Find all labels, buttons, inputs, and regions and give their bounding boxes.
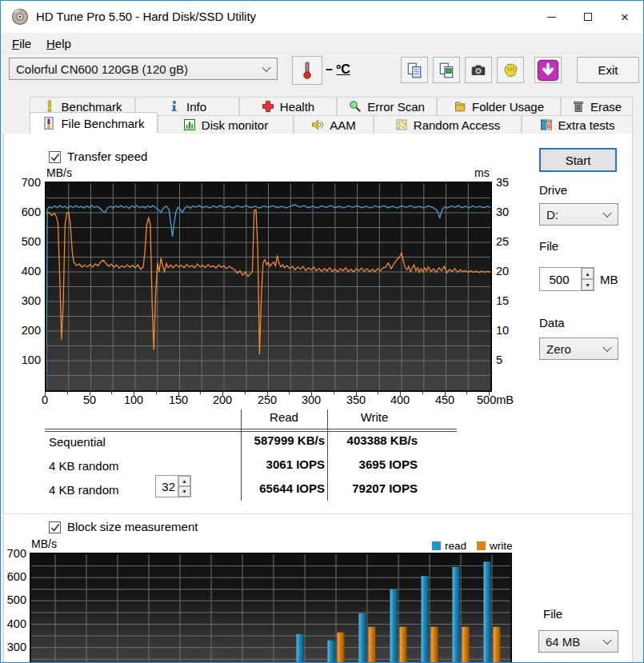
minimize-button[interactable] <box>533 1 570 33</box>
file-benchmark-icon <box>42 117 55 130</box>
write-legend-label: write <box>490 540 513 552</box>
tab-health[interactable]: Health <box>239 97 337 115</box>
transfer-speed-checkbox[interactable] <box>49 151 61 163</box>
write-legend-swatch <box>477 541 486 550</box>
tab-row-2: File Benchmark Disk monitor AAM Random A… <box>30 115 633 134</box>
tab-aam[interactable]: AAM <box>294 115 374 134</box>
device-select[interactable]: Colorful CN600 120GB (120 gB) <box>9 58 278 80</box>
row-label: Sequential <box>49 435 106 449</box>
random-dots-icon <box>395 118 408 131</box>
tab-extra-tests[interactable]: Extra tests <box>522 115 633 134</box>
folder-icon <box>454 100 466 113</box>
y-left-tick: 100 <box>12 353 41 366</box>
x-tick-mark <box>311 392 312 396</box>
chevron-down-icon <box>262 63 270 72</box>
y-right-tick: 15 <box>496 294 520 307</box>
y-left-tick: 700 <box>12 176 41 189</box>
chevron-down-icon <box>602 343 611 352</box>
y-right-tick: 10 <box>496 324 520 337</box>
app-disk-icon <box>11 8 29 26</box>
block-size-chart <box>30 553 512 663</box>
hand-icon <box>502 62 519 79</box>
maximize-button[interactable] <box>570 1 606 33</box>
y-left-tick: 300 <box>12 294 41 307</box>
y-tick: 400 <box>2 617 26 630</box>
queue-depth-stepper[interactable]: 32 ▲▼ <box>155 475 191 497</box>
data-pattern-select[interactable]: Zero <box>539 337 618 360</box>
read-column-header: Read <box>241 410 327 424</box>
tab-disk-monitor[interactable]: Disk monitor <box>158 115 294 134</box>
trash-icon <box>572 100 585 113</box>
exit-button[interactable]: Exit <box>577 57 639 83</box>
menu-help[interactable]: Help <box>42 35 75 52</box>
random-read-value: 3061 IOPS <box>229 457 325 471</box>
tab-error-scan[interactable]: Error Scan <box>337 97 437 115</box>
spin-down-icon[interactable]: ▼ <box>582 279 594 290</box>
tab-random-access[interactable]: Random Access <box>374 115 522 134</box>
y-tick: 700 <box>2 547 26 560</box>
info-icon <box>168 100 181 113</box>
camera-icon <box>470 62 487 79</box>
copy-text-button[interactable] <box>401 57 428 83</box>
random-qd32-read-value: 65644 IOPS <box>229 481 325 495</box>
bar-chart-icon <box>183 118 196 131</box>
random-write-value: 3695 IOPS <box>321 457 418 471</box>
download-arrow-icon <box>537 59 559 82</box>
menu-bar: File Help <box>1 33 643 54</box>
start-button[interactable]: Start <box>539 148 617 172</box>
block-size-label: Block size measurement <box>67 520 198 533</box>
tab-folder-usage[interactable]: Folder Usage <box>437 97 561 115</box>
transfer-speed-label: Transfer speed <box>67 150 147 163</box>
donate-button[interactable] <box>497 57 524 83</box>
minimize-icon <box>547 17 556 18</box>
file-label: File <box>539 239 558 253</box>
x-tick-mark <box>45 392 46 396</box>
x-tick-mark <box>422 392 423 394</box>
block-file-label: File <box>543 607 562 621</box>
file-size-stepper[interactable]: 500 ▲▼ <box>539 267 594 291</box>
x-tick-mark <box>289 392 290 394</box>
y-tick: 300 <box>2 641 26 653</box>
block-size-checkbox[interactable] <box>49 521 61 533</box>
block-file-select[interactable]: 64 MB <box>538 630 618 653</box>
x-tick-mark <box>378 392 378 394</box>
transfer-speed-chart <box>45 182 492 392</box>
x-tick-mark <box>134 392 134 396</box>
x-tick-mark <box>267 392 268 396</box>
x-tick-mark <box>356 392 357 396</box>
screenshot-button[interactable] <box>465 57 492 83</box>
tab-erase[interactable]: Erase <box>561 97 633 115</box>
menu-file[interactable]: File <box>8 35 35 52</box>
spin-down-icon[interactable]: ▼ <box>178 486 190 497</box>
x-tick-mark <box>445 392 446 396</box>
update-button[interactable] <box>534 57 562 83</box>
spin-up-icon[interactable]: ▲ <box>582 268 594 279</box>
row-label: 4 KB random <box>49 483 119 497</box>
temperature-button[interactable] <box>292 56 322 85</box>
tab-file-benchmark[interactable]: File Benchmark <box>30 112 158 134</box>
drive-select[interactable]: D: <box>539 203 618 226</box>
file-unit-label: MB <box>600 273 618 286</box>
thermometer-icon <box>298 61 317 80</box>
transfer-chart-yleft-unit: MB/s <box>46 166 72 179</box>
read-legend-swatch <box>432 541 441 550</box>
close-button[interactable]: × <box>606 1 643 33</box>
toolbar: Colorful CN600 120GB (120 gB) – ºC <box>1 54 643 94</box>
x-tick-mark <box>245 392 246 394</box>
row-label: 4 KB random <box>49 459 119 473</box>
speaker-icon <box>311 118 324 131</box>
y-right-tick: 25 <box>496 235 520 248</box>
check-icon <box>50 153 60 162</box>
write-column-header: Write <box>327 410 422 424</box>
copy-screenshot-button[interactable] <box>433 57 460 83</box>
random-qd32-write-value: 79207 IOPS <box>321 481 418 495</box>
x-tick-mark <box>222 392 223 396</box>
spin-up-icon[interactable]: ▲ <box>178 476 190 486</box>
title-bar: HD Tune Pro 5.50 - Hard Disk/SSD Utility… <box>1 1 643 33</box>
exclamation-icon <box>43 100 56 113</box>
drive-label: Drive <box>539 183 567 197</box>
x-tick-mark <box>334 392 334 394</box>
table-rule <box>45 431 457 432</box>
copy-image-icon <box>438 62 455 79</box>
temperature-readout: – ºC <box>326 62 350 77</box>
